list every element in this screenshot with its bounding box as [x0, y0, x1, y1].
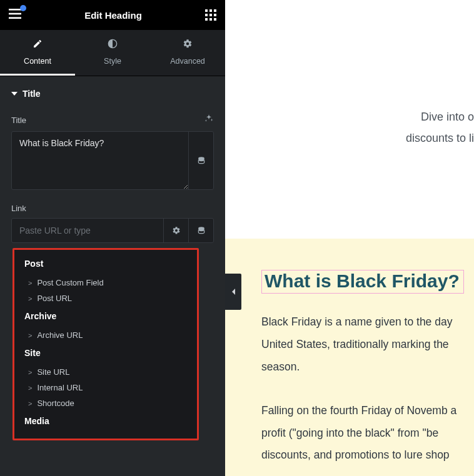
dynamic-item-label: Post Custom Field: [37, 278, 103, 287]
sidebar-header: Edit Heading: [0, 0, 225, 30]
preview-intro-line2: discounts to li: [225, 127, 474, 149]
header-title: Edit Heading: [84, 10, 142, 21]
link-input-group: [11, 218, 214, 243]
apps-grid-icon[interactable]: [205, 9, 216, 21]
selected-heading-element[interactable]: What is Black Friday?: [261, 270, 464, 294]
title-label: Title: [11, 116, 26, 125]
dynamic-group-media: Media: [24, 416, 187, 426]
dynamic-group-archive: Archive: [24, 311, 187, 321]
tab-advanced[interactable]: Advanced: [150, 30, 225, 76]
gear-icon: [150, 39, 225, 51]
contrast-icon: [75, 39, 150, 51]
dynamic-item[interactable]: >Site URL: [24, 364, 187, 380]
link-dynamic-button[interactable]: [188, 219, 213, 242]
chevron-right-icon: >: [28, 332, 32, 339]
dynamic-item-label: Internal URL: [37, 383, 83, 392]
ai-sparkle-icon[interactable]: [204, 114, 214, 126]
dynamic-item[interactable]: >Internal URL: [24, 380, 187, 395]
link-options-button[interactable]: [163, 219, 188, 242]
preview-content-section: What is Black Friday? Black Friday is a …: [225, 239, 474, 476]
panel-tabs: Content Style Advanced: [0, 30, 225, 76]
pencil-icon: [0, 39, 75, 51]
chevron-left-icon: [231, 288, 236, 295]
preview-top-section: Dive into o discounts to li: [225, 0, 474, 239]
link-label: Link: [11, 204, 26, 213]
dynamic-item[interactable]: >Post Custom Field: [24, 275, 187, 290]
dynamic-item[interactable]: >Shortcode: [24, 395, 187, 411]
panel-body: Title Title Link Post>P: [0, 76, 225, 476]
dynamic-group-post: Post: [24, 259, 187, 269]
svg-rect-0: [9, 9, 21, 11]
caret-down-icon: [11, 92, 18, 96]
dynamic-item-label: Archive URL: [37, 330, 83, 340]
dynamic-tags-button[interactable]: [188, 132, 213, 189]
tab-content[interactable]: Content: [0, 30, 75, 76]
tab-style[interactable]: Style: [75, 30, 150, 76]
section-toggle-title[interactable]: Title: [11, 89, 214, 99]
title-textarea[interactable]: [12, 132, 188, 189]
collapse-sidebar-button[interactable]: [225, 274, 241, 310]
dynamic-item[interactable]: >Post URL: [24, 290, 187, 306]
editor-sidebar: Edit Heading Content Style Advanced: [0, 0, 225, 476]
heading-text: What is Black Friday?: [265, 270, 460, 291]
svg-rect-1: [9, 13, 21, 15]
title-input-group: [11, 131, 214, 190]
chevron-right-icon: >: [28, 295, 32, 302]
notification-dot-icon: [20, 5, 26, 11]
preview-paragraph-2: Falling on the fourth Friday of Novemb a…: [261, 400, 474, 467]
chevron-right-icon: >: [28, 369, 32, 376]
dynamic-item-label: Shortcode: [37, 399, 74, 408]
dynamic-tags-dropdown[interactable]: Post>Post Custom Field>Post URLArchive>A…: [13, 248, 199, 440]
chevron-right-icon: >: [28, 384, 32, 392]
preview-pane: Dive into o discounts to li What is Blac…: [225, 0, 474, 476]
dynamic-item[interactable]: >Archive URL: [24, 327, 187, 343]
link-input[interactable]: [12, 219, 163, 242]
dynamic-item-label: Post URL: [37, 294, 72, 303]
chevron-right-icon: >: [28, 400, 32, 407]
menu-button[interactable]: [9, 9, 21, 21]
svg-rect-2: [9, 17, 21, 19]
preview-paragraph-1: Black Friday is a name given to the day …: [261, 311, 474, 379]
preview-intro-line1: Dive into o: [225, 106, 474, 127]
preview-body: Black Friday is a name given to the day …: [261, 311, 474, 467]
dynamic-group-site: Site: [24, 348, 187, 358]
dynamic-item-label: Site URL: [37, 367, 69, 377]
chevron-right-icon: >: [28, 279, 32, 287]
